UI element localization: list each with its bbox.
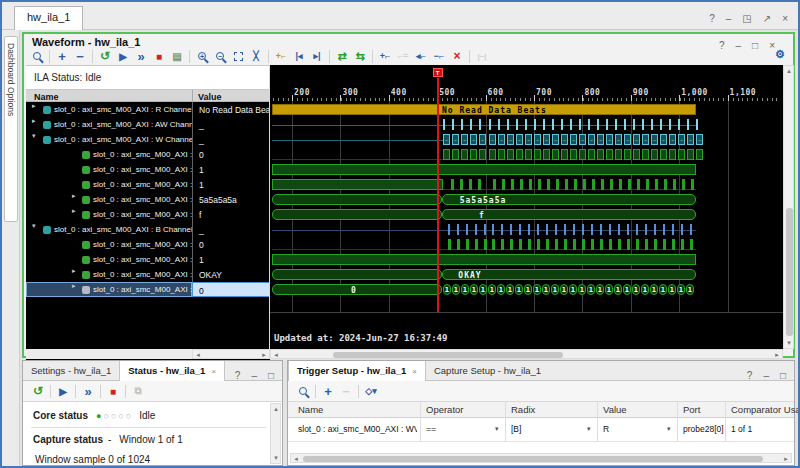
window-control-icon[interactable]: – — [736, 40, 742, 51]
window-control-icon[interactable]: ? — [719, 40, 725, 51]
trigger-cell[interactable]: slot_0 : axi_smc_M00_AXI : WVALID — [298, 424, 417, 434]
signal-row[interactable]: slot_0 : axi_smc_M00_AXI : WVALID0 — [26, 147, 270, 162]
tab-trigger-setup[interactable]: Trigger Setup - hw_ila_1× — [288, 361, 426, 381]
signal-value-cell[interactable]: _ — [192, 117, 270, 132]
goto-previous-transition-icon[interactable]: ◂⌐ — [413, 49, 429, 64]
signal-row[interactable]: ▸slot_0 : axi_smc_M00_AXI : WDATA5a5a5a5… — [26, 192, 270, 207]
signal-row[interactable]: slot_0 : axi_smc_M00_AXI : WREADY1 — [26, 162, 270, 177]
signal-row[interactable]: ▸slot_0 : axi_smc_M00_AXI : B_CNT0 — [26, 282, 270, 297]
signal-value-cell[interactable]: 0 — [192, 237, 270, 252]
signal-value-cell[interactable]: No Read Data Beats — [192, 102, 270, 117]
tab-status[interactable]: Status - hw_ila_1× — [119, 361, 225, 381]
trigger-cell[interactable]: [B] — [511, 424, 581, 434]
run-trigger-icon[interactable]: ▶ — [55, 384, 71, 399]
expander-icon[interactable]: ▾ — [32, 222, 36, 230]
trigger-cell[interactable]: 1 of 1 — [731, 424, 800, 434]
status-vscrollbar[interactable]: ▴ ▾ — [270, 403, 281, 464]
dropdown-caret-icon[interactable]: ▾ — [495, 425, 499, 433]
scroll-left-icon[interactable]: ◂ — [291, 454, 301, 464]
add-trigger-probe-icon[interactable]: +⌐ — [377, 49, 393, 64]
window-control-icon[interactable]: ? — [235, 370, 241, 381]
dropdown-caret-icon[interactable]: ▾ — [587, 425, 591, 433]
stop-trigger-icon[interactable]: ■ — [105, 384, 121, 399]
goto-next-marker-icon[interactable]: ▸| — [309, 49, 325, 64]
expander-icon[interactable]: ▸ — [32, 102, 36, 110]
trigger-hscrollbar[interactable]: ◂ ▸ — [290, 453, 792, 463]
value-hscrollbar[interactable]: ◂ ▸ — [192, 349, 270, 359]
expander-icon[interactable]: ▸ — [72, 207, 76, 215]
window-control-icon[interactable]: ↗ — [763, 13, 771, 24]
scroll-left-icon[interactable]: ◂ — [193, 350, 203, 360]
remove-probe-icon[interactable]: − — [338, 384, 354, 399]
find-icon[interactable] — [29, 49, 45, 64]
trigger-equals-icon[interactable]: ⌐= — [395, 49, 411, 64]
scroll-up-icon[interactable]: ▴ — [784, 66, 794, 76]
column-header-comparator-usage[interactable]: Comparator Usage — [731, 404, 800, 415]
zoom-to-selection-icon[interactable]: ╳ — [248, 49, 264, 64]
window-control-icon[interactable]: ◳ — [742, 13, 751, 24]
expander-icon[interactable]: ▸ — [72, 267, 76, 275]
tab-hw-ila-1[interactable]: hw_ila_1 — [14, 6, 83, 30]
signal-row[interactable]: slot_0 : axi_smc_M00_AXI : BREADY1 — [26, 252, 270, 267]
window-control-icon[interactable]: □ — [780, 370, 786, 381]
signal-value-cell[interactable]: 0 — [192, 282, 270, 297]
signal-value-cell[interactable]: 5a5a5a5a — [192, 192, 270, 207]
close-icon[interactable]: × — [412, 367, 417, 376]
scroll-left-icon[interactable]: ◂ — [271, 350, 281, 360]
signal-row[interactable]: ▾slot_0 : axi_smc_M00_AXI : B Channel_ — [26, 222, 270, 237]
trigger-table-row[interactable]: slot_0 : axi_smc_M00_AXI : WVALID==▾[B]▾… — [288, 418, 794, 442]
settings-gear-icon[interactable]: ⚙ — [772, 47, 788, 62]
window-control-icon[interactable]: – — [763, 370, 769, 381]
trigger-marker-icon[interactable]: T — [433, 68, 443, 77]
stop-trigger-icon[interactable]: ■ — [151, 49, 167, 64]
signal-row[interactable]: ▸slot_0 : axi_smc_M00_AXI : WSTRBf — [26, 207, 270, 222]
signal-row[interactable]: slot_0 : axi_smc_M00_AXI : BVALID0 — [26, 237, 270, 252]
find-icon[interactable] — [295, 384, 311, 399]
window-control-icon[interactable]: ? — [747, 370, 753, 381]
add-probe-icon[interactable]: + — [320, 384, 336, 399]
column-header-operator[interactable]: Operator — [426, 404, 464, 415]
signal-value-cell[interactable]: 1 — [192, 177, 270, 192]
rerun-trigger-icon[interactable]: ↺ — [30, 384, 46, 399]
fit-markers-icon[interactable]: |−| — [474, 49, 490, 64]
signal-value-cell[interactable]: OKAY — [192, 267, 270, 282]
window-control-icon[interactable]: – — [726, 13, 732, 24]
delete-icon[interactable]: × — [449, 49, 465, 64]
compare-windows-icon[interactable]: ⧉ — [130, 384, 146, 399]
signal-value-cell[interactable]: _ — [192, 132, 270, 147]
value-column-header[interactable]: Value — [198, 92, 222, 102]
expander-icon[interactable]: ▸ — [72, 282, 76, 290]
column-header-value[interactable]: Value — [603, 404, 627, 415]
signal-value-cell[interactable]: f — [192, 207, 270, 222]
run-trigger-icon[interactable]: ▶ — [115, 49, 131, 64]
scroll-right-icon[interactable]: ▸ — [772, 350, 782, 360]
hscroll-thumb[interactable] — [303, 456, 763, 462]
zoom-fit-icon[interactable] — [230, 49, 246, 64]
goto-previous-marker-icon[interactable]: |◂ — [291, 49, 307, 64]
goto-next-transition-icon[interactable]: −⌐ — [431, 49, 447, 64]
run-trigger-immediate-icon[interactable]: » — [133, 49, 149, 64]
signal-row[interactable]: slot_0 : axi_smc_M00_AXI : WLAST1 — [26, 177, 270, 192]
zoom-in-icon[interactable]: + — [194, 49, 210, 64]
column-header-port[interactable]: Port — [683, 404, 700, 415]
add-marker-icon[interactable]: +⌐ — [273, 49, 289, 64]
signal-value-cell[interactable]: 1 — [192, 252, 270, 267]
name-column-header[interactable]: Name — [34, 92, 59, 102]
scroll-up-icon[interactable]: ▴ — [271, 404, 281, 414]
column-header-radix[interactable]: Radix — [511, 404, 535, 415]
signal-value-cell[interactable]: _ — [192, 222, 270, 237]
window-control-icon[interactable]: × — [782, 13, 788, 24]
trigger-cell[interactable]: == — [426, 424, 496, 434]
tab-settings[interactable]: Settings - hw_ila_1 — [23, 361, 119, 381]
window-control-icon[interactable]: – — [251, 370, 257, 381]
signal-row[interactable]: ▸slot_0 : axi_smc_M00_AXI : BRESPOKAY — [26, 267, 270, 282]
expander-icon[interactable]: ▾ — [32, 132, 36, 140]
scroll-down-icon[interactable]: ▾ — [784, 338, 794, 348]
vscroll-thumb[interactable] — [786, 208, 793, 336]
window-control-icon[interactable]: □ — [752, 40, 758, 51]
swap-arrows-right-icon[interactable]: ⇆ — [352, 49, 368, 64]
column-header-name[interactable]: Name — [298, 404, 323, 415]
window-control-icon[interactable]: □ — [268, 370, 274, 381]
close-icon[interactable]: × — [211, 367, 216, 376]
add-icon[interactable]: + — [54, 49, 70, 64]
